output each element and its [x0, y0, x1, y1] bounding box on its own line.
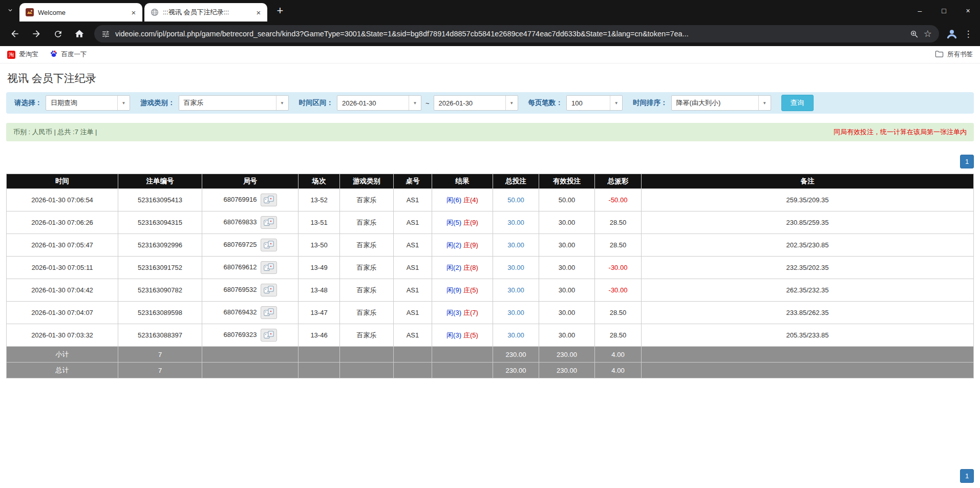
total-bet-link[interactable]: 30.00 — [507, 286, 524, 294]
cell-payout: -50.00 — [595, 189, 642, 211]
summary-bar: 币别 : 人民币 | 总共 :7 注单 | 同局有效投注，统一计算在该局第一张注… — [6, 123, 974, 141]
browser-menu-icon[interactable]: ⋮ — [961, 25, 976, 43]
bookmark-baidu[interactable]: 百度一下 — [50, 50, 87, 59]
total-bet-link[interactable]: 30.00 — [507, 309, 524, 316]
chevron-down-icon[interactable]: ▼ — [505, 96, 518, 110]
tab-search-button[interactable] — [3, 0, 17, 22]
total-bet-link[interactable]: 50.00 — [507, 196, 524, 204]
browser-tab-welcome[interactable]: Welcome × — [19, 3, 142, 22]
table-row: 2026-01-30 07:06:26 523163094315 6807698… — [7, 211, 974, 234]
url-bar[interactable]: videoie.com/ipl/portal.php/game/betrecor… — [94, 25, 939, 43]
back-button[interactable] — [5, 24, 25, 44]
cell-time: 2026-01-30 07:04:42 — [7, 279, 118, 302]
date-from-select[interactable]: 2026-01-30 ▼ — [337, 95, 421, 111]
cell-bet-id: 523163092996 — [118, 234, 202, 257]
cell-total-bet: 50.00 — [493, 189, 539, 211]
chevron-down-icon[interactable]: ▼ — [276, 96, 288, 110]
tab-close-icon[interactable]: × — [129, 8, 138, 17]
url-text[interactable]: videoie.com/ipl/portal.php/game/betrecor… — [115, 30, 905, 38]
table-body: 2026-01-30 07:06:54 523163095413 6807699… — [7, 189, 974, 347]
date-to-select[interactable]: 2026-01-30 ▼ — [434, 95, 518, 111]
empty-cell — [394, 363, 432, 378]
chevron-down-icon[interactable]: ▼ — [610, 96, 622, 110]
result-banker: 庄(8) — [463, 264, 478, 271]
page-1-button[interactable]: 1 — [960, 155, 974, 168]
chevron-down-icon[interactable]: ▼ — [409, 96, 421, 110]
maximize-button[interactable]: □ — [932, 0, 956, 22]
cell-table-no: AS1 — [394, 211, 432, 234]
round-result-button[interactable] — [261, 216, 277, 229]
filter-label-sort: 时间排序： — [633, 98, 668, 108]
subtotal-row: 小计 7 230.00 230.00 4.00 — [7, 347, 974, 363]
close-button[interactable]: × — [956, 0, 980, 22]
total-bet-link[interactable]: 30.00 — [507, 264, 524, 271]
result-player: 闲(9) — [446, 286, 461, 294]
result-banker: 庄(9) — [463, 241, 478, 249]
summary-text: 币别 : 人民币 | 总共 :7 注单 | — [13, 128, 97, 137]
round-result-button[interactable] — [261, 239, 277, 251]
pagination-top: 1 — [6, 155, 974, 168]
site-settings-icon[interactable] — [101, 30, 110, 38]
cell-valid-bet: 30.00 — [539, 324, 595, 347]
cell-bet-id: 523163091752 — [118, 257, 202, 279]
profile-avatar[interactable] — [943, 25, 961, 43]
cell-table-no: AS1 — [394, 234, 432, 257]
tab-close-icon[interactable]: × — [254, 8, 263, 17]
home-button[interactable] — [70, 24, 89, 44]
round-result-button[interactable] — [261, 329, 277, 342]
bookmark-taobao[interactable]: 淘 爱淘宝 — [7, 50, 38, 59]
cell-table-no: AS1 — [394, 257, 432, 279]
minimize-button[interactable]: – — [908, 0, 932, 22]
chevron-down-icon[interactable]: ▼ — [758, 96, 771, 110]
bookmarks-bar: 淘 爱淘宝 百度一下 所有书签 — [0, 46, 980, 63]
cell-result: 闲(6)庄(4) — [432, 189, 493, 211]
cell-total-bet: 30.00 — [493, 302, 539, 324]
new-tab-button[interactable]: + — [271, 2, 289, 19]
cell-time: 2026-01-30 07:03:32 — [7, 324, 118, 347]
cell-game-type: 百家乐 — [340, 211, 394, 234]
cell-round: 680769323 — [202, 324, 299, 347]
cell-table-no: AS1 — [394, 189, 432, 211]
result-banker: 庄(5) — [463, 331, 478, 339]
total-bet-link[interactable]: 30.00 — [507, 219, 524, 226]
cell-result: 闲(2)庄(8) — [432, 257, 493, 279]
bookmark-star-icon[interactable]: ☆ — [924, 29, 932, 38]
round-number: 680769323 — [223, 331, 257, 338]
round-number: 680769432 — [223, 308, 257, 316]
total-bet-link[interactable]: 30.00 — [507, 331, 524, 339]
forward-button[interactable] — [27, 24, 46, 44]
zoom-icon[interactable] — [910, 30, 919, 38]
cell-bet-id: 523163089598 — [118, 302, 202, 324]
all-bookmarks-button[interactable]: 所有书签 — [935, 50, 973, 59]
page-content: 视讯 会员下注纪录 请选择： 日期查询 ▼ 游戏类别： 百家乐 ▼ 时间区间： … — [0, 63, 980, 483]
total-bet-link[interactable]: 30.00 — [507, 241, 524, 249]
cell-round: 680769725 — [202, 234, 299, 257]
table-row: 2026-01-30 07:04:07 523163089598 6807694… — [7, 302, 974, 324]
cell-result: 闲(2)庄(9) — [432, 234, 493, 257]
chevron-down-icon[interactable]: ▼ — [117, 96, 130, 110]
cell-payout: 28.50 — [595, 234, 642, 257]
page-1-button[interactable]: 1 — [960, 469, 974, 483]
cell-round: 680769612 — [202, 257, 299, 279]
round-result-button[interactable] — [261, 194, 277, 206]
round-result-button[interactable] — [261, 284, 277, 296]
round-result-button[interactable] — [261, 306, 277, 319]
query-mode-select[interactable]: 日期查询 ▼ — [46, 95, 130, 111]
bookmark-label: 爱淘宝 — [19, 50, 38, 59]
page-size-select[interactable]: 100 ▼ — [566, 95, 623, 111]
result-player: 闲(5) — [446, 219, 461, 226]
game-type-select[interactable]: 百家乐 ▼ — [179, 95, 289, 111]
column-header-payout: 总派彩 — [595, 174, 642, 189]
search-button[interactable]: 查询 — [781, 95, 814, 111]
baidu-paw-icon — [50, 50, 58, 59]
cell-result: 闲(3)庄(7) — [432, 302, 493, 324]
reload-button[interactable] — [48, 24, 68, 44]
round-result-button[interactable] — [261, 261, 277, 274]
result-banker: 庄(5) — [463, 286, 478, 294]
result-banker: 庄(9) — [463, 219, 478, 226]
all-bookmarks-label: 所有书签 — [947, 50, 973, 59]
sort-order-select[interactable]: 降幂(由大到小) ▼ — [671, 95, 771, 111]
cell-payout: 28.50 — [595, 211, 642, 234]
cell-game-type: 百家乐 — [340, 234, 394, 257]
browser-tab-bet-records[interactable]: :::视讯 会员下注纪录::: × — [144, 3, 267, 22]
